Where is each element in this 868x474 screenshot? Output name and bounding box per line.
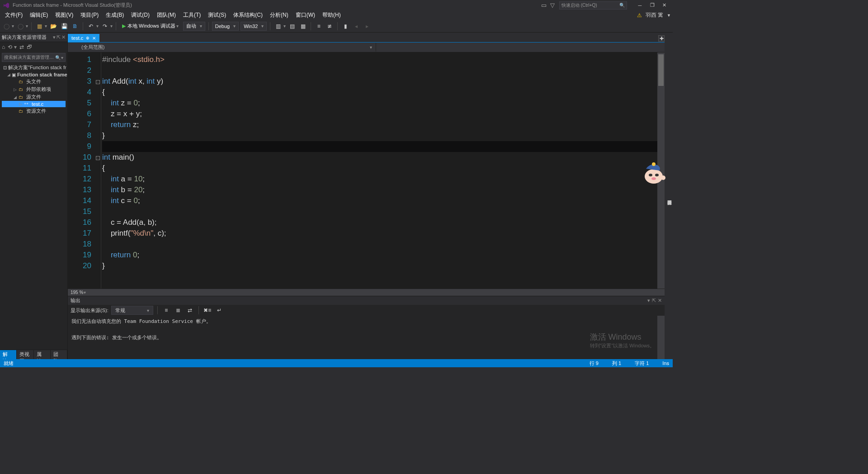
nav-back-button[interactable]: ◯	[2, 22, 11, 31]
home-icon[interactable]: ⌂	[2, 44, 5, 50]
menu-test[interactable]: 测试(S)	[205, 10, 229, 20]
menu-debug[interactable]: 调试(D)	[128, 10, 153, 20]
menu-view[interactable]: 视图(V)	[52, 10, 76, 20]
prev-bookmark-button[interactable]: ◂	[352, 22, 361, 31]
quick-launch-input[interactable]: 快速启动 (Ctrl+Q) 🔍	[559, 1, 627, 9]
editor-footer: 195 %▾	[68, 289, 665, 296]
resources-node[interactable]: 🗀资源文件	[2, 107, 66, 115]
thread-selector[interactable]: 自动▾	[183, 22, 205, 31]
menu-bar: 文件(F) 编辑(E) 视图(V) 项目(P) 生成(B) 调试(D) 团队(M…	[0, 10, 673, 20]
zoom-selector[interactable]: 195 %▾	[68, 290, 89, 295]
play-icon: ▶	[122, 23, 126, 29]
tab-testc[interactable]: test.c ⊕ ✕	[68, 34, 99, 42]
pin-icon[interactable]: ⊕	[86, 36, 90, 40]
uncomment-button[interactable]: ≢	[325, 22, 334, 31]
split-view-button[interactable]: ✚	[658, 35, 665, 42]
menu-project[interactable]: 项目(P)	[77, 10, 102, 20]
vertical-scrollbar[interactable]	[657, 52, 665, 289]
output-source-selector[interactable]: 常规▾	[111, 306, 153, 315]
solution-search-input[interactable]: 搜索解决方案资源管理器(Ctrl+;) 🔍 ▾	[2, 53, 66, 62]
panel-close-icon[interactable]: ✕	[61, 34, 66, 40]
panel-dropdown-icon[interactable]: ▾	[53, 34, 56, 40]
save-button[interactable]: 💾	[60, 22, 69, 31]
external-node[interactable]: ▷🗀外部依赖项	[2, 85, 66, 93]
menu-edit[interactable]: 编辑(E)	[27, 10, 51, 20]
refresh-icon[interactable]: 🗗	[27, 44, 32, 50]
menu-analyze[interactable]: 分析(N)	[267, 10, 292, 20]
right-tool-strip: 服务器资源管理器 工具箱 属性	[665, 33, 673, 359]
warning-icon[interactable]: ⚠	[637, 12, 642, 19]
output-toolbar: 显示输出来源(S): 常规▾ ≡ ≣ ⇄ ✖≡ ↵	[68, 305, 665, 316]
scope-selector[interactable]: (全局范围)▾	[78, 43, 376, 52]
out-btn-2[interactable]: ≣	[174, 306, 183, 315]
tab-close-icon[interactable]: ✕	[92, 36, 96, 41]
undo-button[interactable]: ↶	[86, 22, 95, 31]
fold-column: − −	[95, 52, 101, 289]
redo-button[interactable]: ↷	[100, 22, 109, 31]
right-tab-server[interactable]: 服务器资源管理器	[665, 195, 673, 199]
sources-node[interactable]: ◢🗀源文件	[2, 93, 66, 101]
code-content[interactable]: #include <stdio.h> int Add(int x, int y)…	[101, 52, 657, 289]
status-ready: 就绪	[4, 360, 576, 367]
minimize-button[interactable]: ─	[634, 1, 646, 9]
next-bookmark-button[interactable]: ▸	[363, 22, 372, 31]
solution-explorer-header: 解决方案资源管理器 ▾⇱✕	[0, 33, 67, 42]
open-file-button[interactable]: 📂	[49, 22, 58, 31]
sidebar-tab-team[interactable]: 团队...	[51, 350, 67, 359]
sync-icon[interactable]: ⇄	[19, 44, 24, 50]
menu-file[interactable]: 文件(F)	[2, 10, 26, 20]
config-selector[interactable]: Debug▾	[212, 22, 239, 31]
code-editor[interactable]: 1234567891011121314151617181920 − − #inc…	[68, 52, 665, 289]
member-selector[interactable]: ▾	[376, 44, 673, 51]
maximize-button[interactable]: ❐	[646, 1, 658, 9]
sidebar-tab-props[interactable]: 属性...	[34, 350, 51, 359]
output-text[interactable]: 我们无法自动填充您的 Team Foundation Service 帐户。 遇…	[68, 316, 657, 359]
line-gutter: 1234567891011121314151617181920	[68, 52, 95, 289]
new-project-button[interactable]: ▦	[35, 22, 44, 31]
sidebar-tabs: 解决... 类视图 属性... 团队...	[0, 350, 67, 359]
scope-bar: (全局范围)▾ ▾	[68, 43, 665, 52]
sidebar-tab-class[interactable]: 类视图	[17, 350, 34, 359]
output-dropdown-icon[interactable]: ▾	[647, 298, 650, 303]
out-btn-3[interactable]: ⇄	[185, 306, 194, 315]
menu-window[interactable]: 窗口(W)	[292, 10, 318, 20]
file-node-testc[interactable]: ▷⁺⁺test.c	[2, 101, 66, 107]
start-debug-label: 本地 Windows 调试器	[127, 23, 175, 29]
output-scrollbar[interactable]	[657, 316, 665, 359]
feedback-icon[interactable]: ▽	[550, 2, 555, 9]
menu-help[interactable]: 帮助(H)	[319, 10, 344, 20]
nav-fwd-button[interactable]: ◯	[16, 22, 25, 31]
menu-architecture[interactable]: 体系结构(C)	[230, 10, 266, 20]
out-clear-button[interactable]: ✖≡	[203, 306, 212, 315]
platform-selector[interactable]: Win32▾	[241, 22, 267, 31]
back-icon[interactable]: ⟲	[8, 44, 12, 50]
save-all-button[interactable]: 🗎	[71, 22, 80, 31]
menu-team[interactable]: 团队(M)	[154, 10, 179, 20]
start-debug-button[interactable]: ▶ 本地 Windows 调试器 ▾	[119, 22, 181, 30]
toolbar-btn-a[interactable]: ▥	[274, 22, 283, 31]
bookmark-button[interactable]: ▮	[341, 22, 350, 31]
search-icon: 🔍	[619, 3, 625, 8]
solution-node[interactable]: ⊡解决方案"Function stack fr	[2, 64, 66, 71]
out-wrap-button[interactable]: ↵	[215, 306, 224, 315]
output-header: 输出 ▾⇱✕	[68, 296, 665, 305]
user-dropdown-icon[interactable]: ▼	[667, 13, 671, 18]
close-button[interactable]: ✕	[659, 1, 670, 9]
project-node[interactable]: ◢▣Function stack frame	[2, 71, 66, 78]
output-title: 输出	[71, 297, 80, 304]
comment-button[interactable]: ≡	[314, 22, 323, 31]
out-btn-1[interactable]: ≡	[162, 306, 171, 315]
panel-pin-icon[interactable]: ⇱	[57, 34, 61, 40]
solution-explorer: 解决方案资源管理器 ▾⇱✕ ⌂ ⟲▾ ⇄ 🗗 搜索解决方案资源管理器(Ctrl+…	[0, 33, 68, 359]
toolbar-btn-c[interactable]: ▦	[298, 22, 307, 31]
user-label[interactable]: 羽西 篱	[646, 11, 663, 19]
headers-node[interactable]: 🗀头文件	[2, 78, 66, 85]
output-close-icon[interactable]: ✕	[658, 298, 662, 303]
menu-build[interactable]: 生成(B)	[103, 10, 127, 20]
menu-tools[interactable]: 工具(T)	[180, 10, 204, 20]
notifications-icon[interactable]: ▭	[541, 2, 547, 9]
toolbar-btn-b[interactable]: ▤	[288, 22, 297, 31]
output-pin-icon[interactable]: ⇱	[652, 298, 656, 303]
status-col: 列 1	[612, 360, 621, 367]
sidebar-tab-solution[interactable]: 解决...	[0, 350, 17, 359]
